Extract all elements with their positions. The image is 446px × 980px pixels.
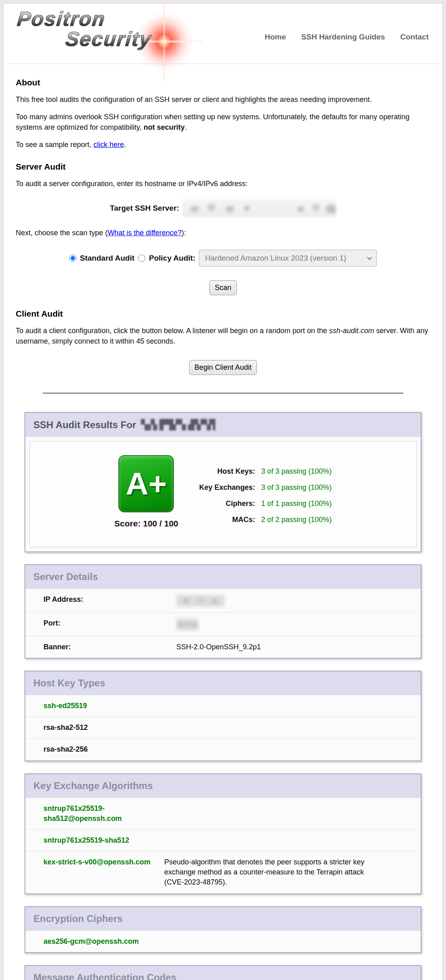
nav-contact[interactable]: Contact xyxy=(400,33,429,41)
stat-value: 3 of 3 passing (100%) xyxy=(261,467,332,476)
stat-label: Host Keys: xyxy=(199,467,255,476)
sample-report-link[interactable]: click here xyxy=(93,141,124,149)
results-stats: Host Keys: 3 of 3 passing (100%) Key Exc… xyxy=(199,455,332,528)
policy-select[interactable]: Hardened Amazon Linux 2023 (version 1) xyxy=(199,250,377,267)
table-row: aes256-gcm@openssh.com xyxy=(25,930,421,952)
encryption-ciphers-header: Encryption Ciphers xyxy=(25,907,421,930)
kex-name: kex-strict-s-v00@openssh.com xyxy=(43,857,164,888)
table-row: ssh-ed25519 xyxy=(25,695,421,717)
about-p3-text: To see a sample report, xyxy=(16,141,93,149)
client-audit-title: Client Audit xyxy=(16,309,430,319)
redacted-port-value xyxy=(176,618,198,630)
scan-type-difference-link[interactable]: What is the difference? xyxy=(107,229,182,237)
kex-note xyxy=(164,804,188,824)
redacted-target-host xyxy=(141,419,215,431)
table-row: sntrup761x25519-sha512@openssh.com xyxy=(25,798,421,829)
site-header: Positron Security Home SSH Hardening Gui… xyxy=(5,4,441,64)
standard-audit-radio[interactable] xyxy=(69,255,76,262)
standard-audit-label: Standard Audit xyxy=(80,254,134,263)
about-p1: This free tool audits the configuration … xyxy=(16,94,430,105)
key-exchange-header: Key Exchange Algorithms xyxy=(25,774,421,798)
host-key-name: rsa-sha2-512 xyxy=(43,723,88,733)
about-title: About xyxy=(16,78,430,87)
begin-client-audit-row: Begin Client Audit xyxy=(16,360,430,375)
key-exchange-box: Key Exchange Algorithms sntrup761x25519-… xyxy=(25,773,421,894)
banner-value: SSH-2.0-OpenSSH_9.2p1 xyxy=(176,642,261,652)
grade-badge: A+ xyxy=(118,455,174,512)
host-key-types-header: Host Key Types xyxy=(25,671,421,695)
scan-type-after: ): xyxy=(182,229,186,237)
grade-column: A+ Score: 100 / 100 xyxy=(114,455,178,528)
positron-security-logo[interactable]: Positron Security xyxy=(17,8,202,60)
host-key-name: ssh-ed25519 xyxy=(43,701,87,711)
results-title: SSH Audit Results For xyxy=(33,419,136,431)
policy-audit-label: Policy Audit: xyxy=(149,254,195,263)
macs-box: Message Authentication Codes hmac-sha2-5… xyxy=(25,965,421,980)
client-audit-intro: To audit a client configuration, click t… xyxy=(16,325,430,346)
stat-label: MACs: xyxy=(199,516,255,524)
nav-ssh-hardening-guides[interactable]: SSH Hardening Guides xyxy=(301,33,385,41)
main-nav: Home SSH Hardening Guides Contact xyxy=(264,27,429,41)
scan-type-before: Next, choose the scan type ( xyxy=(16,229,107,237)
about-p2-period: . xyxy=(185,123,187,131)
chevron-down-icon xyxy=(367,255,372,260)
host-key-name: rsa-sha2-256 xyxy=(43,744,88,754)
ip-address-label: IP Address: xyxy=(43,595,176,607)
main-card: Positron Security Home SSH Hardening Gui… xyxy=(3,3,443,980)
table-row: IP Address: xyxy=(25,588,421,612)
kex-name: sntrup761x25519-sha512@openssh.com xyxy=(43,804,164,824)
target-server-input[interactable] xyxy=(182,199,336,217)
macs-header: Message Authentication Codes xyxy=(25,966,421,980)
kex-note: Pseudo-algorithm that denotes the peer s… xyxy=(164,857,409,888)
banner-label: Banner: xyxy=(43,642,176,652)
policy-audit-radio[interactable] xyxy=(138,255,145,262)
nav-home[interactable]: Home xyxy=(264,33,286,41)
begin-client-audit-button[interactable]: Begin Client Audit xyxy=(189,360,257,375)
grade-letter: A+ xyxy=(126,468,167,499)
server-audit-intro: To audit a server configuration, enter i… xyxy=(16,178,430,189)
about-p3-period: . xyxy=(124,141,126,149)
server-audit-title: Server Audit xyxy=(16,162,430,172)
stat-label: Ciphers: xyxy=(199,499,255,508)
stat-label: Key Exchanges: xyxy=(199,483,255,492)
logo-line-2: Security xyxy=(64,29,153,50)
stat-value: 3 of 3 passing (100%) xyxy=(261,483,332,492)
about-p2: Too many admins overlook SSH configurati… xyxy=(16,112,430,133)
scan-type-row: Standard Audit Policy Audit: Hardened Am… xyxy=(16,250,430,267)
client-intro-before: To audit a client configuration, click t… xyxy=(16,327,329,335)
port-label: Port: xyxy=(43,618,176,630)
policy-select-value: Hardened Amazon Linux 2023 (version 1) xyxy=(205,254,346,263)
target-server-row: Target SSH Server: xyxy=(16,199,430,217)
about-p2-bold: not security xyxy=(144,123,185,131)
table-row: rsa-sha2-512 xyxy=(25,717,421,738)
about-p3: To see a sample report, click here. xyxy=(16,139,430,150)
table-row: sntrup761x25519-sha512 xyxy=(25,829,421,851)
encryption-ciphers-box: Encryption Ciphers aes256-gcm@openssh.co… xyxy=(25,906,421,953)
table-row: Port: xyxy=(25,612,421,636)
cipher-name: aes256-gcm@openssh.com xyxy=(43,936,139,947)
target-server-label: Target SSH Server: xyxy=(110,204,179,213)
results-body: A+ Score: 100 / 100 Host Keys: 3 of 3 pa… xyxy=(29,441,417,547)
about-p2-text: Too many admins overlook SSH configurati… xyxy=(16,113,409,131)
stat-value: 1 of 1 passing (100%) xyxy=(261,499,332,508)
server-details-box: Server Details IP Address: Port: Banner:… xyxy=(25,564,421,659)
ssh-audit-results-box: SSH Audit Results For A+ Score: 100 / 10… xyxy=(25,412,421,552)
scan-type-text: Next, choose the scan type (What is the … xyxy=(16,228,430,238)
client-intro-domain: ssh-audit.com xyxy=(329,327,374,335)
server-details-header: Server Details xyxy=(25,565,421,588)
logo-line-1: Positron xyxy=(16,8,106,29)
kex-note xyxy=(164,835,188,845)
kex-name: sntrup761x25519-sha512 xyxy=(43,835,164,845)
scan-button[interactable]: Scan xyxy=(209,280,236,295)
table-row: kex-strict-s-v00@openssh.com Pseudo-algo… xyxy=(25,851,421,893)
table-row: Banner: SSH-2.0-OpenSSH_9.2p1 xyxy=(25,636,421,658)
stat-value: 2 of 2 passing (100%) xyxy=(261,516,332,524)
table-row: rsa-sha2-256 xyxy=(25,738,421,760)
section-divider xyxy=(43,393,403,394)
redacted-ip-value xyxy=(176,595,225,607)
results-header: SSH Audit Results For xyxy=(25,413,421,437)
score-label: Score: 100 / 100 xyxy=(114,519,178,528)
page-content: About This free tool audits the configur… xyxy=(4,64,442,980)
host-key-types-box: Host Key Types ssh-ed25519 rsa-sha2-512 … xyxy=(25,671,421,761)
scan-button-row: Scan xyxy=(16,280,430,295)
